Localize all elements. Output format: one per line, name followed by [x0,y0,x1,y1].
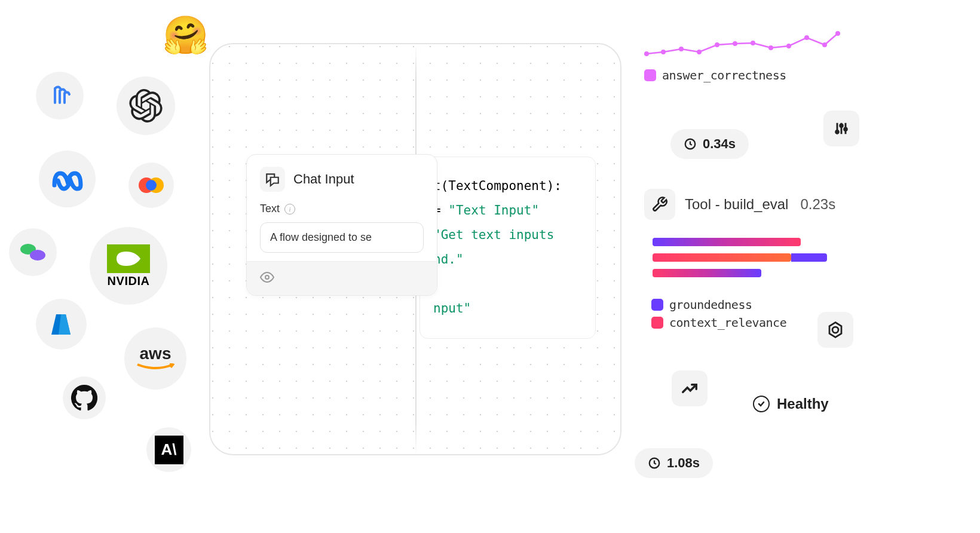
svg-point-9 [697,50,702,54]
legend-sparkline: answer_correctness [662,68,786,82]
legend-swatch-groundedness [651,299,663,311]
google-icon [128,163,174,208]
text-field-label: Text [260,203,280,215]
tool-time: 0.23s [800,196,835,213]
legend-swatch-context [651,317,663,329]
visibility-icon[interactable] [260,276,274,286]
time-pill-2: 1.08s [635,448,713,478]
anthropic-icon: A\ [146,427,191,472]
wrench-icon [644,189,675,220]
health-check-icon [753,396,770,412]
chat-icon [260,167,285,192]
nvidia-icon: NVIDIA [90,227,167,305]
tool-label: Tool - build_eval [685,196,788,213]
text-input[interactable] [260,222,424,253]
svg-point-7 [661,50,666,54]
azure-icon [36,299,87,350]
svg-point-12 [751,41,755,45]
openai-icon [117,76,175,135]
svg-marker-22 [829,323,841,338]
legend-swatch-sparkline [644,69,656,81]
chat-input-node[interactable]: Chat Input Text i [246,154,437,296]
svg-point-23 [832,327,838,333]
flow-canvas[interactable]: t(TextComponent): = "Text Input" "Get te… [209,43,621,455]
datastax-icon [9,228,57,276]
svg-point-16 [822,42,827,47]
huggingface-icon: 🤗 [158,8,212,62]
legend-context: context_relevance [669,315,786,330]
svg-point-21 [844,128,847,131]
time-pill-1: 0.34s [670,129,749,159]
svg-point-11 [733,41,737,46]
code-snippet: t(TextComponent): = "Text Input" "Get te… [419,157,596,339]
svg-point-15 [804,35,809,40]
sparkline-chart [641,24,844,57]
health-status: Healthy [753,396,829,412]
trend-button[interactable] [672,370,708,406]
settings-gear-button[interactable] [817,312,853,348]
svg-point-10 [715,42,719,47]
svg-point-8 [679,47,684,51]
legend-groundedness: groundedness [669,298,752,312]
bar-chart [653,238,801,284]
chat-input-title: Chat Input [293,171,354,187]
meta-icon [39,151,96,207]
svg-point-13 [768,45,773,50]
svg-point-5 [265,275,269,279]
svg-point-14 [786,44,791,48]
svg-point-4 [30,250,45,261]
aws-label: aws [140,344,172,363]
aws-icon: aws [124,327,186,390]
svg-point-19 [836,131,839,134]
github-icon [63,376,106,419]
nvidia-label: NVIDIA [108,274,150,288]
svg-point-6 [644,51,649,56]
svg-point-2 [146,180,157,191]
deepset-icon [36,72,84,120]
svg-point-17 [835,31,840,36]
svg-point-20 [840,124,843,127]
info-icon[interactable]: i [284,204,295,215]
tune-button[interactable] [823,111,859,146]
